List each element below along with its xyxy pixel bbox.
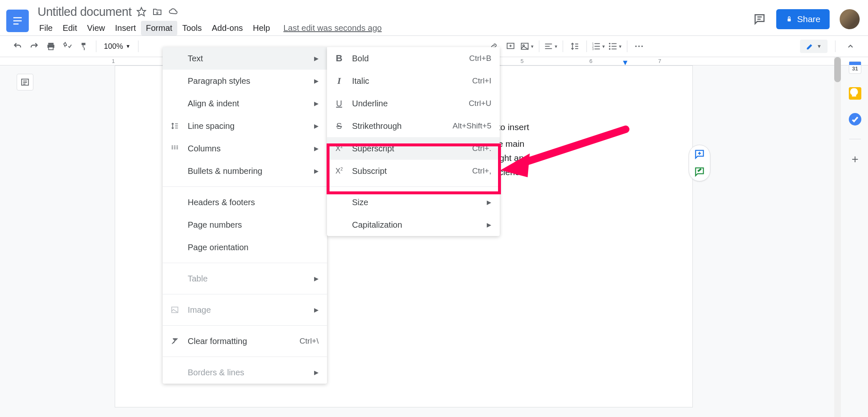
- format-page-numbers[interactable]: Page numbers: [163, 214, 327, 236]
- svg-rect-16: [545, 46, 550, 47]
- align-button[interactable]: ▼: [543, 39, 559, 54]
- move-icon[interactable]: [152, 7, 162, 17]
- svg-rect-41: [172, 148, 173, 149]
- columns-icon: [169, 144, 180, 153]
- menu-format[interactable]: Format: [141, 21, 177, 35]
- add-comment-button[interactable]: [694, 148, 705, 160]
- line-spacing-icon: [169, 122, 180, 130]
- share-button[interactable]: Share: [776, 9, 830, 29]
- share-label: Share: [797, 14, 820, 24]
- zoom-select[interactable]: 100%▼: [101, 42, 134, 51]
- spellcheck-button[interactable]: [60, 39, 75, 54]
- paint-format-button[interactable]: [77, 39, 92, 54]
- editing-mode-button[interactable]: ▼: [800, 40, 828, 53]
- text-bold[interactable]: BBoldCtrl+B: [327, 47, 500, 70]
- svg-point-30: [635, 45, 637, 47]
- svg-rect-7: [48, 43, 54, 45]
- svg-point-32: [641, 45, 643, 47]
- svg-point-28: [609, 48, 611, 50]
- menu-view[interactable]: View: [82, 21, 110, 35]
- svg-point-31: [638, 45, 640, 47]
- svg-point-26: [609, 45, 611, 47]
- svg-rect-46: [176, 147, 178, 148]
- svg-rect-25: [611, 43, 616, 44]
- text-italic[interactable]: IItalicCtrl+I: [327, 70, 500, 92]
- text-capitalization[interactable]: Capitalization▶: [327, 214, 500, 236]
- format-image: Image▶: [163, 299, 327, 321]
- undo-button[interactable]: [10, 39, 25, 54]
- svg-rect-19: [594, 43, 600, 44]
- format-text[interactable]: Text▶: [163, 47, 327, 70]
- italic-icon: I: [334, 75, 345, 86]
- collapse-button[interactable]: [843, 39, 858, 54]
- menu-addons[interactable]: Add-ons: [207, 21, 248, 35]
- svg-rect-45: [176, 146, 178, 146]
- avatar[interactable]: [840, 9, 860, 29]
- svg-rect-43: [174, 147, 175, 148]
- menu-insert[interactable]: Insert: [110, 21, 141, 35]
- insert-comment-button[interactable]: [503, 39, 518, 54]
- svg-rect-27: [611, 46, 616, 47]
- svg-rect-15: [545, 44, 552, 45]
- svg-rect-23: [594, 49, 600, 50]
- add-sidebar-button[interactable]: +: [852, 153, 858, 166]
- format-align-indent[interactable]: Align & indent▶: [163, 92, 327, 115]
- clear-format-icon: [169, 337, 180, 345]
- image-icon: [169, 306, 180, 314]
- menu-file[interactable]: File: [34, 21, 58, 35]
- subscript-icon: X2: [334, 167, 345, 176]
- insert-image-button[interactable]: ▼: [520, 39, 535, 54]
- format-menu-dropdown: Text▶ Paragraph styles▶ Align & indent▶ …: [163, 47, 327, 384]
- menu-edit[interactable]: Edit: [58, 21, 82, 35]
- calendar-app-icon[interactable]: 31: [849, 61, 861, 74]
- superscript-icon: X2: [334, 144, 345, 153]
- strikethrough-icon: S: [334, 121, 345, 131]
- docs-logo[interactable]: [6, 10, 29, 32]
- format-headers-footers[interactable]: Headers & footers: [163, 191, 327, 214]
- format-bullets-numbering[interactable]: Bullets & numbering▶: [163, 160, 327, 182]
- format-line-spacing[interactable]: Line spacing▶: [163, 115, 327, 137]
- text-strikethrough[interactable]: SStrikethroughAlt+Shift+5: [327, 115, 500, 137]
- suggest-edit-button[interactable]: [694, 166, 705, 178]
- outline-button[interactable]: [17, 74, 33, 90]
- document-title[interactable]: Untitled document: [38, 5, 131, 19]
- print-button[interactable]: [43, 39, 58, 54]
- svg-rect-39: [172, 146, 173, 146]
- format-table: Table▶: [163, 267, 327, 290]
- svg-rect-47: [176, 148, 178, 149]
- text-subscript[interactable]: X2SubscriptCtrl+,: [327, 160, 500, 182]
- text-underline[interactable]: UUnderlineCtrl+U: [327, 92, 500, 115]
- svg-rect-1: [13, 20, 22, 22]
- keep-app-icon[interactable]: [849, 87, 861, 100]
- more-tools-button[interactable]: [632, 39, 647, 54]
- format-columns[interactable]: Columns▶: [163, 137, 327, 160]
- svg-rect-17: [545, 48, 552, 49]
- svg-rect-40: [172, 147, 173, 148]
- numbered-list-button[interactable]: 123▼: [591, 39, 606, 54]
- edit-status[interactable]: Last edit was seconds ago: [283, 23, 382, 33]
- menu-help[interactable]: Help: [248, 21, 275, 35]
- cloud-icon[interactable]: [168, 7, 179, 17]
- tasks-app-icon[interactable]: [849, 113, 861, 126]
- comments-icon[interactable]: [753, 13, 766, 26]
- svg-rect-2: [13, 23, 19, 25]
- text-size[interactable]: Size▶: [327, 191, 500, 214]
- svg-rect-44: [174, 148, 175, 149]
- line-spacing-button[interactable]: [567, 39, 582, 54]
- bold-icon: B: [334, 53, 345, 64]
- underline-icon: U: [334, 99, 345, 108]
- text-submenu-dropdown: BBoldCtrl+B IItalicCtrl+I UUnderlineCtrl…: [327, 47, 500, 236]
- svg-rect-21: [594, 46, 600, 47]
- bulleted-list-button[interactable]: ▼: [608, 39, 623, 54]
- svg-text:3: 3: [592, 48, 594, 50]
- star-icon[interactable]: [136, 7, 146, 17]
- text-superscript[interactable]: X2SuperscriptCtrl+.: [327, 137, 500, 160]
- format-paragraph-styles[interactable]: Paragraph styles▶: [163, 70, 327, 92]
- svg-marker-3: [137, 8, 146, 16]
- scrollbar[interactable]: [834, 57, 841, 417]
- redo-button[interactable]: [27, 39, 42, 54]
- menu-tools[interactable]: Tools: [177, 21, 207, 35]
- svg-rect-6: [787, 19, 791, 22]
- format-page-orientation[interactable]: Page orientation: [163, 236, 327, 259]
- format-clear-formatting[interactable]: Clear formattingCtrl+\: [163, 330, 327, 352]
